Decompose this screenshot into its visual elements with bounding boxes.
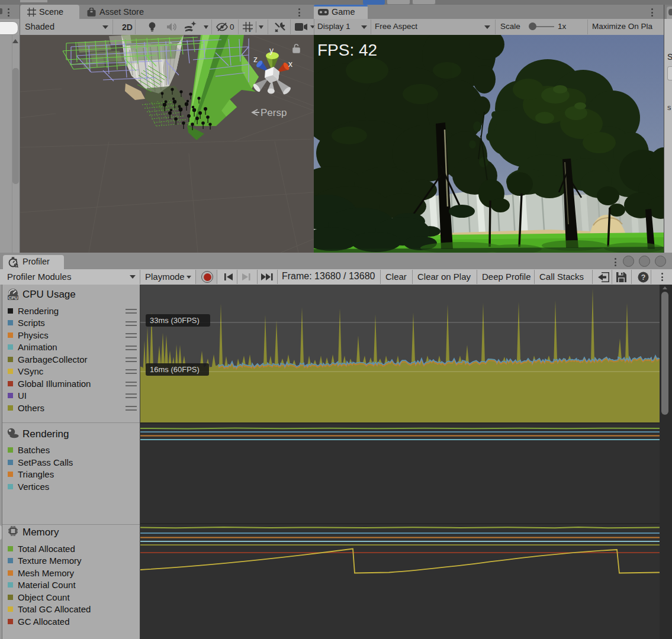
svg-text:?: ?	[641, 273, 646, 282]
svg-text:CPU: CPU	[8, 295, 18, 300]
svg-text:y: y	[269, 46, 274, 55]
svg-text:x: x	[288, 59, 292, 69]
svg-text:Persp: Persp	[261, 107, 287, 118]
svg-text:z: z	[253, 54, 258, 64]
svg-text:y: y	[249, 27, 252, 33]
